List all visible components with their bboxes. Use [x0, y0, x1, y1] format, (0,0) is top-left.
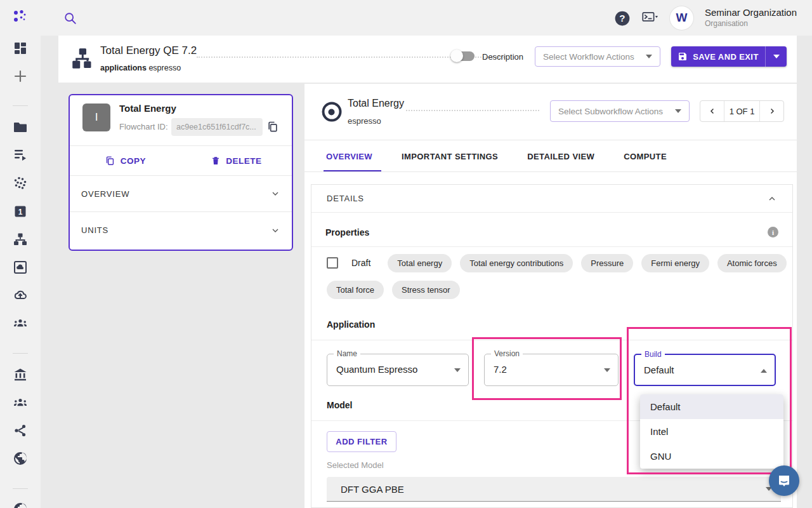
- tab-compute[interactable]: COMPUTE: [624, 141, 667, 171]
- org-name: Seminar Organization: [705, 7, 797, 19]
- entity-one-icon[interactable]: 1: [13, 204, 28, 219]
- flowchart-id-label: Flowchart ID:: [119, 122, 168, 131]
- pagination: 1 OF 1: [700, 100, 784, 122]
- chevron-down-icon: [270, 189, 280, 199]
- draft-label: Draft: [351, 258, 370, 268]
- subworkflow-title: Total Energy: [348, 98, 404, 109]
- details-header-label: DETAILS: [327, 194, 364, 203]
- screen: ? W Seminar Organization Organisation: [0, 0, 812, 508]
- console-icon[interactable]: [642, 10, 658, 25]
- sidebar-divider: [13, 488, 28, 489]
- divider: [304, 140, 797, 140]
- tab-overview[interactable]: OVERVIEW: [326, 141, 372, 171]
- copy-button-label: COPY: [121, 156, 146, 166]
- workflow-subtitle: applications espresso: [100, 64, 181, 72]
- application-name-select[interactable]: Name Quantum Espresso: [327, 354, 469, 386]
- build-option-default[interactable]: Default: [640, 394, 783, 419]
- globe-icon[interactable]: [13, 451, 28, 466]
- unit-card-header: I Total Energy Flowchart ID: ac9ee1c651f…: [70, 95, 292, 146]
- info-icon[interactable]: i: [768, 227, 778, 237]
- workflow-actions-placeholder: Select Workflow Actions: [543, 52, 634, 62]
- property-chip[interactable]: Stress tensor: [392, 281, 460, 299]
- chevron-down-icon: [773, 55, 780, 58]
- application-build-select[interactable]: Build Default: [634, 354, 776, 386]
- properties-label: Properties: [325, 227, 369, 237]
- name-field-label: Name: [334, 349, 360, 358]
- property-chip[interactable]: Total energy: [388, 254, 452, 272]
- tab-important-settings[interactable]: IMPORTANT SETTINGS: [402, 141, 498, 171]
- chevron-down-icon: [675, 109, 681, 113]
- version-field-label: Version: [491, 349, 523, 358]
- materials-dots-icon[interactable]: [13, 176, 28, 191]
- draft-checkbox[interactable]: [327, 257, 338, 269]
- chevron-down-icon: [646, 55, 652, 58]
- logo-icon[interactable]: [11, 9, 30, 28]
- properties-chips-row-1: Draft Total energy Total energy contribu…: [327, 253, 808, 272]
- workflow-app-label: applications: [100, 64, 147, 72]
- property-chip[interactable]: Total energy contributions: [460, 254, 573, 272]
- build-option-intel[interactable]: Intel: [640, 419, 783, 444]
- job-list-icon[interactable]: [13, 147, 28, 163]
- help-icon[interactable]: ?: [614, 10, 631, 25]
- model-section-label: Model: [327, 400, 352, 410]
- prev-page-button[interactable]: [700, 101, 724, 121]
- application-version-select[interactable]: Version 7.2: [484, 354, 619, 386]
- copy-button[interactable]: COPY: [70, 146, 181, 175]
- selected-model-select[interactable]: DFT GGA PBE: [327, 477, 781, 502]
- description-toggle[interactable]: [452, 51, 475, 61]
- sidebar-divider: [13, 105, 28, 106]
- subworkflow-subtitle: espresso: [348, 116, 381, 126]
- bank-icon[interactable]: [13, 367, 28, 382]
- chat-bubble-button[interactable]: [769, 465, 799, 496]
- cloud-upload-icon[interactable]: [13, 288, 28, 303]
- chevron-left-icon: [708, 107, 717, 116]
- property-chip[interactable]: Total force: [327, 281, 384, 299]
- flowchart-id-value[interactable]: ac9ee1c651f61cdf7c...: [171, 118, 263, 136]
- build-option-gnu[interactable]: GNU: [640, 444, 783, 469]
- property-chip[interactable]: Atomic forces: [717, 254, 787, 272]
- properties-header: Properties i: [311, 218, 792, 247]
- globe-clipped-icon[interactable]: [13, 502, 28, 508]
- dashboard-icon[interactable]: [13, 41, 28, 56]
- org-block[interactable]: Seminar Organization Organisation: [705, 7, 797, 29]
- save-dropdown-caret[interactable]: [765, 46, 787, 67]
- add-icon[interactable]: [13, 69, 28, 84]
- card-section-units-label: UNITS: [81, 225, 108, 235]
- cloud-box-icon[interactable]: [13, 260, 28, 275]
- workflow-actions-select[interactable]: Select Workflow Actions: [535, 46, 660, 67]
- save-and-exit-button[interactable]: SAVE AND EXIT: [671, 46, 787, 67]
- workflow-flowchart-icon: [71, 47, 94, 70]
- chevron-right-icon: [768, 107, 776, 116]
- version-field-value: 7.2: [494, 364, 507, 375]
- subworkflow-actions-select[interactable]: Select Subworkflow Actions: [550, 100, 690, 122]
- folder-icon[interactable]: [13, 119, 28, 135]
- card-section-overview[interactable]: OVERVIEW: [70, 176, 292, 212]
- workflows-flowchart-icon[interactable]: [13, 232, 28, 247]
- search-icon[interactable]: [63, 11, 77, 25]
- svg-text:?: ?: [619, 13, 625, 23]
- chevron-up-icon: [761, 369, 767, 373]
- svg-text:1: 1: [18, 208, 23, 217]
- card-section-units[interactable]: UNITS: [70, 212, 292, 248]
- details-header[interactable]: DETAILS: [311, 185, 792, 213]
- users-icon[interactable]: [13, 395, 28, 410]
- property-chip[interactable]: Fermi energy: [641, 254, 709, 272]
- divider: [304, 171, 797, 172]
- team-icon[interactable]: [13, 316, 28, 331]
- property-chip[interactable]: Pressure: [581, 254, 633, 272]
- card-section-overview-label: OVERVIEW: [81, 189, 129, 199]
- copy-id-icon[interactable]: [266, 121, 279, 133]
- delete-button[interactable]: DELETE: [181, 146, 292, 175]
- avatar[interactable]: W: [670, 6, 693, 30]
- next-page-button[interactable]: [760, 101, 783, 121]
- share-icon[interactable]: [13, 423, 28, 438]
- delete-button-label: DELETE: [226, 156, 261, 166]
- dotted-divider: [406, 110, 539, 111]
- workflow-app-value: espresso: [148, 64, 181, 72]
- build-field-value: Default: [644, 364, 674, 375]
- chat-icon: [776, 473, 792, 488]
- chevron-down-icon: [604, 368, 610, 372]
- tab-detailed-view[interactable]: DETAILED VIEW: [527, 141, 594, 171]
- selected-model-value: DFT GGA PBE: [341, 484, 404, 495]
- add-filter-button[interactable]: ADD FILTER: [327, 431, 396, 452]
